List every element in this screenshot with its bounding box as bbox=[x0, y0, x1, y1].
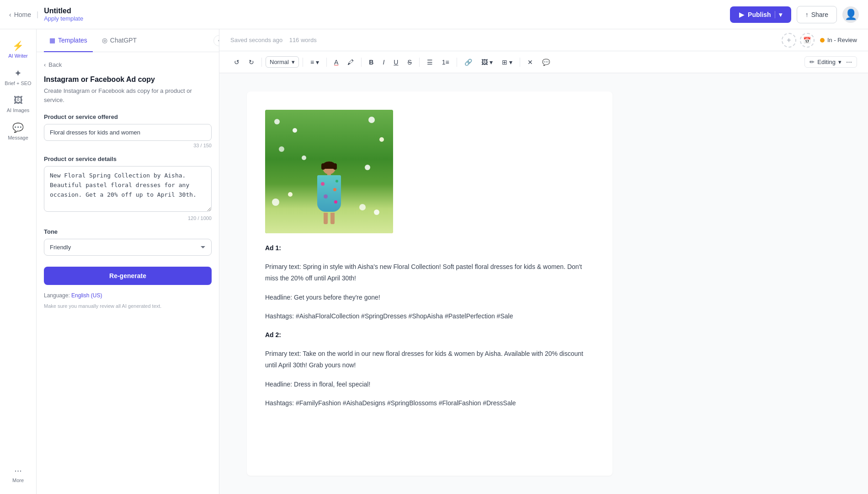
language-label: Language: bbox=[44, 292, 70, 299]
more-icon: ··· bbox=[14, 465, 22, 476]
sidebar-tabs: ▦ Templates ◎ ChatGPT ‹ bbox=[37, 29, 219, 52]
editor-document: Ad 1: Primary text: Spring in style with… bbox=[247, 91, 612, 476]
bullet-list-button[interactable]: ☰ bbox=[423, 57, 437, 68]
avatar[interactable]: 👤 bbox=[842, 6, 859, 23]
align-button[interactable]: ≡ ▾ bbox=[307, 57, 323, 68]
back-label: Back bbox=[48, 61, 62, 68]
add-collaborator-icon[interactable]: + bbox=[782, 33, 796, 48]
ad2-label: Ad 2: bbox=[265, 331, 281, 338]
more-label: More bbox=[12, 478, 24, 483]
template-title: Instagram or Facebook Ad copy bbox=[44, 75, 212, 84]
underline-button[interactable]: U bbox=[390, 57, 402, 68]
brief-seo-label: Brief + SEO bbox=[5, 81, 31, 86]
link-button[interactable]: 🔗 bbox=[461, 57, 476, 68]
tab-chatgpt[interactable]: ◎ ChatGPT bbox=[96, 29, 142, 52]
editing-mode-button[interactable]: ✏ Editing ▾ ⋯ bbox=[804, 56, 857, 68]
style-label: Normal bbox=[270, 59, 289, 65]
ad1-hashtags: Hashtags: #AishaFloralCollection #Spring… bbox=[265, 311, 594, 322]
status-label: In - Review bbox=[827, 37, 857, 43]
status-badge[interactable]: In - Review bbox=[820, 37, 857, 43]
style-select[interactable]: Normal ▾ bbox=[266, 56, 299, 68]
topbar-left: ‹ Home | Untitled Apply template bbox=[9, 7, 723, 22]
image-icon: 🖼 bbox=[14, 95, 23, 106]
product-input[interactable] bbox=[44, 124, 212, 141]
star-icon: ✦ bbox=[14, 68, 22, 79]
grid-icon: ▦ bbox=[49, 37, 55, 44]
ai-writer-label: AI Writer bbox=[8, 53, 28, 59]
saved-text: Saved seconds ago bbox=[230, 37, 282, 43]
calendar-icon[interactable]: 📅 bbox=[800, 33, 815, 48]
sidebar-item-brief-seo[interactable]: ✦ Brief + SEO bbox=[2, 64, 35, 90]
redo-button[interactable]: ↻ bbox=[245, 57, 258, 68]
editor-content[interactable]: Ad 1: Primary text: Spring in style with… bbox=[219, 73, 868, 494]
ad1-primary: Primary text: Spring in style with Aisha… bbox=[265, 261, 594, 284]
ad2-hashtags: Hashtags: #FamilyFashion #AishaDesigns #… bbox=[265, 397, 594, 409]
template-description: Create Instagram or Facebook ads copy fo… bbox=[44, 86, 212, 104]
table-button[interactable]: ⊞ ▾ bbox=[498, 57, 516, 68]
numbered-list-button[interactable]: 1≡ bbox=[438, 57, 453, 68]
details-textarea[interactable]: New Floral Spring Collection by Aisha. B… bbox=[44, 166, 212, 212]
template-sidebar: ▦ Templates ◎ ChatGPT ‹ ‹ Back Instagram… bbox=[37, 29, 219, 494]
apply-template-link[interactable]: Apply template bbox=[44, 15, 83, 22]
sidebar-item-ai-images[interactable]: 🖼 AI Images bbox=[2, 91, 35, 117]
publish-chevron-icon[interactable]: ▾ bbox=[775, 11, 782, 18]
back-button[interactable]: ‹ Back bbox=[44, 61, 212, 68]
publish-button[interactable]: ▶ Publish ▾ bbox=[730, 6, 791, 23]
undo-button[interactable]: ↺ bbox=[230, 57, 243, 68]
topbar: ‹ Home | Untitled Apply template ▶ Publi… bbox=[0, 0, 868, 29]
toolbar-separator-2 bbox=[303, 58, 303, 67]
sidebar-item-more[interactable]: ··· More bbox=[2, 462, 35, 487]
editing-chevron-icon: ▾ bbox=[838, 59, 841, 65]
templates-tab-label: Templates bbox=[58, 37, 87, 44]
ad1-headline: Headline: Get yours before they're gone! bbox=[265, 292, 594, 303]
sidebar-item-ai-writer[interactable]: ⚡ AI Writer bbox=[2, 37, 35, 62]
strikethrough-button[interactable]: S bbox=[404, 57, 415, 68]
toolbar-separator-1 bbox=[261, 58, 262, 67]
clear-format-button[interactable]: ✕ bbox=[524, 57, 537, 68]
tab-templates[interactable]: ▦ Templates bbox=[44, 29, 93, 52]
italic-button[interactable]: I bbox=[379, 57, 388, 68]
details-label: Product or service details bbox=[44, 156, 212, 162]
share-label: Share bbox=[811, 11, 828, 18]
bold-button[interactable]: B bbox=[365, 57, 377, 68]
doc-info: Untitled Apply template bbox=[44, 7, 83, 22]
tone-label: Tone bbox=[44, 228, 212, 235]
product-field-group: Product or service offered 33 / 150 bbox=[44, 113, 212, 148]
tone-select[interactable]: Friendly Professional Casual Formal Humo… bbox=[44, 239, 212, 256]
saved-info: Saved seconds ago 116 words bbox=[230, 37, 317, 43]
doc-title: Untitled bbox=[44, 7, 71, 15]
toolbar-separator-5 bbox=[419, 58, 420, 67]
sidebar-collapse-button[interactable]: ‹ bbox=[213, 35, 219, 46]
editor-topbar: Saved seconds ago 116 words + 📅 In - Rev… bbox=[219, 29, 868, 51]
message-label: Message bbox=[8, 135, 28, 140]
highlight-button[interactable]: 🖍 bbox=[344, 57, 357, 68]
language-link[interactable]: English (US) bbox=[71, 292, 102, 299]
pencil-icon: ✏ bbox=[809, 59, 815, 65]
details-field-group: Product or service details New Floral Sp… bbox=[44, 156, 212, 221]
toolbar-separator-4 bbox=[361, 58, 362, 67]
product-char-count: 33 / 150 bbox=[44, 143, 212, 148]
share-button[interactable]: ↑ Share bbox=[797, 6, 837, 23]
product-image bbox=[265, 110, 393, 233]
home-label: Home bbox=[14, 11, 31, 18]
chevron-left-icon: ‹ bbox=[9, 11, 11, 18]
publish-icon: ▶ bbox=[739, 11, 744, 18]
main-layout: ⚡ AI Writer ✦ Brief + SEO 🖼 AI Images 💬 … bbox=[0, 29, 868, 494]
regenerate-button[interactable]: Re-generate bbox=[44, 267, 212, 285]
publish-label: Publish bbox=[748, 11, 771, 18]
ad1-label: Ad 1: bbox=[265, 244, 281, 252]
chatgpt-icon: ◎ bbox=[102, 37, 107, 44]
image-button[interactable]: 🖼 ▾ bbox=[478, 57, 496, 68]
home-button[interactable]: ‹ Home bbox=[9, 11, 31, 18]
disclaimer-text: Make sure you manually review all AI gen… bbox=[44, 302, 212, 310]
chat-icon: 💬 bbox=[12, 122, 24, 133]
more-options-icon: ⋯ bbox=[846, 59, 852, 65]
word-count: 116 words bbox=[289, 37, 317, 43]
style-chevron-icon: ▾ bbox=[292, 59, 295, 65]
product-label: Product or service offered bbox=[44, 113, 212, 120]
text-color-button[interactable]: A bbox=[330, 57, 342, 68]
sidebar-item-message[interactable]: 💬 Message bbox=[2, 118, 35, 144]
ad2-primary: Primary text: Take on the world in our n… bbox=[265, 348, 594, 371]
collab-icons: + 📅 bbox=[782, 33, 815, 48]
comment-button[interactable]: 💬 bbox=[538, 57, 554, 68]
